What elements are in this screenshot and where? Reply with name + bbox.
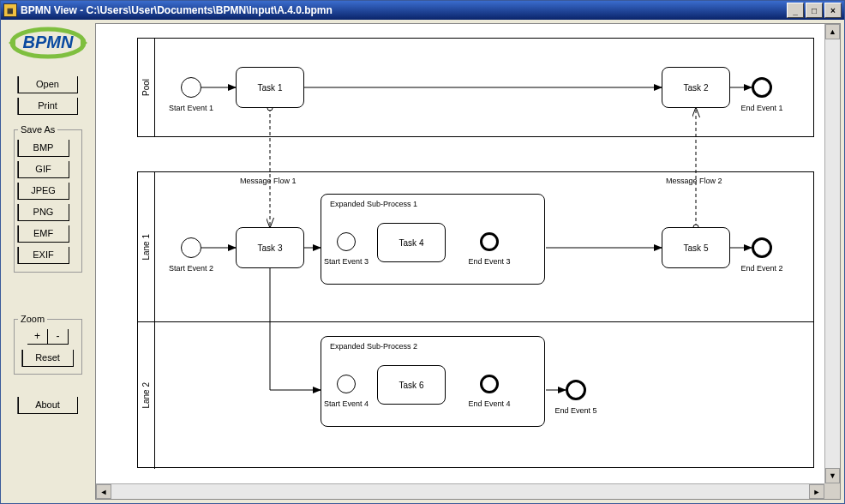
task-2[interactable]: Task 2 [662, 67, 730, 108]
scroll-v-track[interactable] [825, 39, 840, 468]
scroll-up-button[interactable]: ▲ [825, 24, 840, 39]
lane-2-label: Lane 2 [138, 321, 155, 469]
start-event-4-label: Start Event 4 [324, 399, 369, 408]
end-event-3[interactable] [480, 232, 499, 251]
end-event-5-label: End Event 5 [554, 406, 596, 415]
task-1[interactable]: Task 1 [236, 67, 304, 108]
lane-1-label: Lane 1 [138, 172, 155, 321]
scroll-corner [824, 483, 840, 499]
save-gif-button[interactable]: GIF [18, 161, 69, 178]
scroll-down-button[interactable]: ▼ [825, 468, 840, 483]
app-icon: ▦ [3, 3, 17, 17]
end-event-1[interactable] [752, 77, 772, 98]
scroll-left-button[interactable]: ◄ [96, 484, 111, 499]
save-as-group: Save As BMP GIF JPEG PNG EMF EXIF [14, 124, 82, 273]
scroll-h-track[interactable] [111, 484, 809, 499]
end-event-4-label: End Event 4 [468, 399, 510, 408]
zoom-out-button[interactable]: - [48, 329, 69, 345]
zoom-reset-button[interactable]: Reset [22, 350, 74, 367]
maximize-button[interactable]: □ [806, 3, 823, 18]
message-flow-2-label: Message Flow 2 [666, 177, 722, 185]
save-bmp-button[interactable]: BMP [18, 140, 69, 157]
start-event-2-label: Start Event 2 [169, 264, 213, 273]
lane-separator [138, 321, 813, 322]
horizontal-scrollbar[interactable]: ◄ ► [96, 483, 824, 499]
save-jpeg-button[interactable]: JPEG [18, 183, 69, 200]
message-flow-1-label: Message Flow 1 [240, 177, 297, 185]
scroll-right-button[interactable]: ► [809, 484, 824, 499]
task-6[interactable]: Task 6 [377, 365, 446, 405]
about-button[interactable]: About [18, 397, 78, 414]
app-window: ▦ BPMN View - C:\Users\User\Documents\BP… [0, 0, 845, 504]
zoom-group: Zoom + - Reset [14, 314, 82, 375]
window-controls: _ □ × [787, 3, 842, 18]
save-as-legend: Save As [18, 124, 57, 135]
end-event-2[interactable] [752, 237, 772, 258]
end-event-1-label: End Event 1 [740, 104, 782, 112]
window-title: BPMN View - C:\Users\User\Documents\BPMN… [21, 4, 787, 16]
svg-text:BPMN: BPMN [23, 33, 74, 51]
diagram-canvas[interactable]: Pool Start Event 1 Task 1 Task 2 End Eve… [95, 23, 841, 500]
diagram: Pool Start Event 1 Task 1 Task 2 End Eve… [96, 24, 824, 483]
end-event-3-label: End Event 3 [468, 257, 510, 266]
task-3[interactable]: Task 3 [236, 227, 304, 268]
client-area: BPMN Open Print Save As BMP GIF JPEG PNG… [1, 20, 844, 503]
end-event-4[interactable] [480, 375, 499, 393]
open-button[interactable]: Open [18, 76, 78, 93]
start-event-1[interactable] [181, 77, 201, 98]
end-event-5[interactable] [566, 380, 586, 400]
titlebar[interactable]: ▦ BPMN View - C:\Users\User\Documents\BP… [1, 1, 844, 20]
subprocess-1-title: Expanded Sub-Process 1 [330, 200, 417, 208]
zoom-legend: Zoom [18, 314, 47, 324]
save-png-button[interactable]: PNG [18, 204, 69, 221]
pool-1-label: Pool [138, 39, 155, 136]
start-event-1-label: Start Event 1 [169, 104, 213, 112]
subprocess-2-title: Expanded Sub-Process 2 [330, 342, 417, 351]
save-emf-button[interactable]: EMF [18, 225, 69, 243]
task-4[interactable]: Task 4 [377, 223, 446, 262]
sidebar: BPMN Open Print Save As BMP GIF JPEG PNG… [1, 20, 95, 503]
start-event-4[interactable] [337, 375, 356, 393]
end-event-2-label: End Event 2 [740, 264, 782, 273]
vertical-scrollbar[interactable]: ▲ ▼ [824, 24, 840, 483]
zoom-in-button[interactable]: + [27, 329, 48, 345]
start-event-3-label: Start Event 3 [324, 257, 369, 266]
start-event-2[interactable] [181, 237, 201, 258]
task-5[interactable]: Task 5 [662, 227, 730, 268]
minimize-button[interactable]: _ [787, 3, 804, 18]
start-event-3[interactable] [337, 232, 356, 251]
bpmn-logo: BPMN [9, 25, 87, 61]
print-button[interactable]: Print [18, 98, 78, 115]
close-button[interactable]: × [824, 3, 842, 18]
save-exif-button[interactable]: EXIF [18, 247, 69, 264]
